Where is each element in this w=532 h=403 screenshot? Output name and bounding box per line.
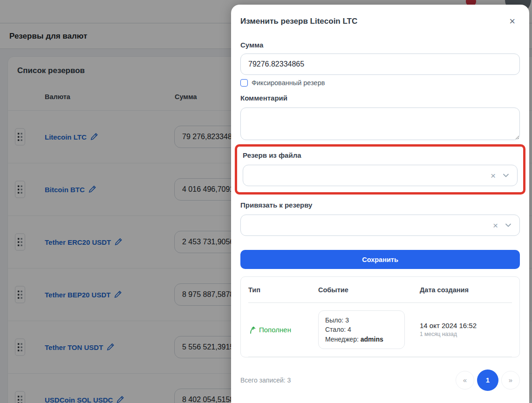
total-records: Всего записей: 3: [240, 376, 291, 384]
sum-label: Сумма: [240, 41, 520, 49]
comment-label: Комментарий: [240, 94, 520, 102]
history-date: 14 окт 2024 16:52: [420, 322, 512, 329]
event-became: Стало: 4: [325, 326, 351, 333]
chevron-down-icon[interactable]: [502, 172, 510, 179]
clear-icon[interactable]: ×: [493, 221, 498, 230]
comment-textarea[interactable]: [240, 107, 520, 140]
pagination-prev-button[interactable]: «: [456, 371, 474, 390]
file-reserve-label: Резерв из файла: [243, 151, 518, 159]
event-manager: admins: [361, 336, 383, 343]
bind-reserve-select[interactable]: ×: [240, 215, 520, 236]
clear-icon[interactable]: ×: [491, 171, 496, 180]
chevron-down-icon[interactable]: [505, 222, 512, 229]
fixed-reserve-checkbox[interactable]: [240, 79, 248, 87]
history-header-type: Тип: [248, 286, 318, 294]
right-gutter: [529, 0, 532, 403]
history-table: Тип Событие Дата создания Пополнен Было:…: [240, 276, 520, 357]
history-header-event: Событие: [318, 286, 420, 294]
fixed-reserve-label: Фиксированный резерв: [252, 79, 325, 87]
close-icon[interactable]: ×: [509, 17, 515, 26]
sum-input[interactable]: [240, 54, 520, 75]
event-manager-label: Менеджер:: [325, 336, 361, 343]
pagination-page-1[interactable]: 1: [477, 369, 498, 391]
history-ago: 1 месяц назад: [420, 331, 512, 337]
history-type: Пополнен: [259, 326, 291, 334]
history-event-box: Было: 3 Стало: 4 Менеджер: admins: [318, 310, 405, 349]
pagination-next-button[interactable]: »: [501, 371, 520, 390]
pagination: « 1 »: [456, 369, 520, 391]
history-header-created: Дата создания: [420, 286, 512, 294]
modal-title: Изменить резерв Litecoin LTC: [240, 17, 357, 26]
event-was: Было: 3: [325, 316, 349, 324]
edit-reserve-modal: Изменить резерв Litecoin LTC × Сумма Фик…: [231, 5, 529, 403]
history-row: Пополнен Было: 3 Стало: 4 Менеджер: admi…: [248, 303, 512, 357]
save-button[interactable]: Сохранить: [240, 250, 520, 269]
file-reserve-select[interactable]: ×: [243, 165, 518, 186]
deposit-arrow-icon: [248, 325, 256, 334]
bind-reserve-label: Привязать к резерву: [240, 201, 520, 209]
file-reserve-highlight: Резерв из файла ×: [235, 144, 525, 195]
